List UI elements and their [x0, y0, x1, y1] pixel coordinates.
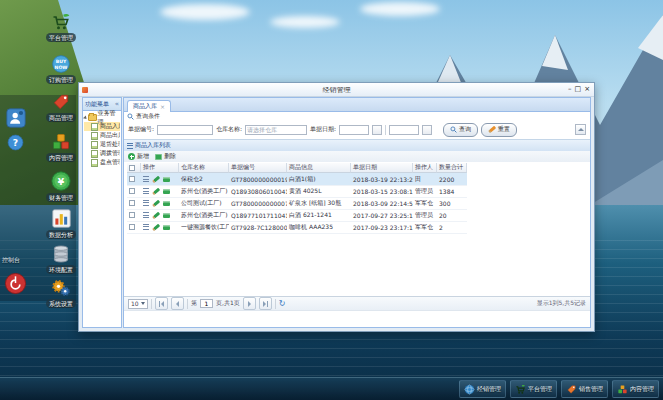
tree-root[interactable]: 业务管理: [84, 113, 120, 122]
help-icon[interactable]: ?: [7, 134, 24, 151]
close-button[interactable]: ×: [584, 85, 590, 94]
cell-operator: 管理员: [413, 209, 437, 221]
taskbar-item-sales[interactable]: 销售管理: [561, 380, 608, 398]
print-icon[interactable]: [163, 189, 170, 194]
tab-close-icon[interactable]: ×: [160, 103, 165, 110]
power-icon[interactable]: [4, 272, 27, 295]
taskbar-item-content[interactable]: 内容管理: [612, 380, 659, 398]
column-header-total[interactable]: 数量合计: [437, 163, 467, 173]
cell-operator: 田: [413, 173, 437, 185]
database-icon: [51, 244, 71, 264]
row-actions: [141, 197, 179, 209]
date-from-input[interactable]: [339, 125, 369, 135]
detail-icon[interactable]: [143, 176, 149, 182]
date-to-input[interactable]: [389, 125, 419, 135]
svg-text:BUY: BUY: [56, 59, 67, 64]
taskbar-item-distribution[interactable]: 经销管理: [459, 380, 506, 398]
row-checkbox[interactable]: [129, 176, 135, 182]
desktop-icon-order[interactable]: BUY NOW 订购管理: [42, 54, 80, 84]
reset-button[interactable]: 重置: [481, 123, 517, 137]
taskbar-item-platform[interactable]: 平台管理: [510, 380, 557, 398]
cell-date: 2018-03-09 22:14:55: [351, 197, 413, 209]
page-size-select[interactable]: 10: [128, 299, 148, 309]
pencil-icon: [488, 126, 496, 133]
add-button[interactable]: 新增: [128, 152, 149, 161]
window-titlebar[interactable]: 经销管理 – □ ×: [79, 83, 594, 97]
cell-product: 咖啡机 AAA235: [287, 221, 351, 233]
detail-icon[interactable]: [143, 212, 149, 218]
page-suffix-label: 页,共1页: [216, 299, 240, 308]
desktop-icon-platform[interactable]: 平台管理: [42, 12, 80, 42]
document-icon: [91, 141, 98, 149]
column-header-code[interactable]: 单据编号: [229, 163, 287, 173]
side-label: 控制台: [2, 256, 20, 265]
column-header-product[interactable]: 商品信息: [287, 163, 351, 173]
minimize-button[interactable]: –: [568, 85, 572, 94]
search-button[interactable]: 查询: [443, 123, 478, 137]
desktop-icon-finance[interactable]: ¥ 财务管理: [42, 170, 80, 202]
collapse-panel-icon[interactable]: «: [115, 100, 119, 108]
column-header-warehouse[interactable]: 仓库名称: [179, 163, 229, 173]
tree-item-transfer[interactable]: 调拨管理: [84, 149, 120, 158]
edit-icon[interactable]: [152, 211, 160, 218]
price-tag-icon: [51, 92, 71, 112]
cell-date: 2018-03-19 22:13:29: [351, 173, 413, 185]
user-info-icon[interactable]: [6, 108, 26, 128]
column-header-date[interactable]: 单据日期: [351, 163, 413, 173]
desktop-icon-content[interactable]: 内容管理: [42, 132, 80, 162]
desktop-icon-environment[interactable]: 环境配置: [42, 244, 80, 274]
cell-warehouse: 保税仓2: [179, 173, 229, 185]
pager-separator: [187, 299, 188, 309]
detail-icon[interactable]: [143, 200, 149, 206]
last-page-button[interactable]: [259, 297, 272, 310]
next-page-button[interactable]: [243, 297, 256, 310]
row-actions: [141, 221, 179, 233]
row-checkbox[interactable]: [129, 224, 135, 230]
edit-icon[interactable]: [152, 187, 160, 194]
warehouse-input[interactable]: [245, 125, 307, 135]
document-icon: [91, 132, 98, 140]
page-number-input[interactable]: [200, 299, 213, 308]
edit-icon[interactable]: [152, 175, 160, 182]
row-checkbox[interactable]: [129, 200, 135, 206]
row-actions: [141, 173, 179, 185]
print-icon[interactable]: [163, 225, 170, 230]
delete-button[interactable]: 删除: [155, 152, 176, 161]
cell-product: 矿泉水 [纸箱] 30瓶: [287, 197, 351, 209]
search-icon: [450, 126, 457, 133]
refresh-icon[interactable]: ↻: [279, 300, 286, 308]
desktop: 平台管理 BUY NOW 订购管理 商品管理 内容: [0, 0, 663, 400]
detail-icon[interactable]: [143, 188, 149, 194]
chevron-down-icon: [141, 302, 145, 305]
tree-item-inbound[interactable]: 商品入库: [84, 122, 120, 131]
prev-page-button[interactable]: [171, 297, 184, 310]
print-icon[interactable]: [163, 213, 170, 218]
tree-item-returns[interactable]: 退货处理: [84, 140, 120, 149]
column-header-ops[interactable]: 操作: [141, 163, 179, 173]
doc-no-input[interactable]: [157, 125, 213, 135]
desktop-icon-analytics[interactable]: 数据分析: [42, 208, 80, 239]
select-all-checkbox[interactable]: [129, 165, 135, 171]
tree-item-label: 商品入库: [100, 122, 120, 131]
tab-label: 商品入库: [133, 102, 157, 111]
cell-warehouse: 公司测试(工厂): [179, 197, 229, 209]
detail-icon[interactable]: [143, 224, 149, 230]
edit-icon[interactable]: [152, 199, 160, 206]
print-icon[interactable]: [163, 201, 170, 206]
column-header-operator[interactable]: 操作人: [413, 163, 437, 173]
row-checkbox[interactable]: [129, 188, 135, 194]
table-row[interactable]: 一键溯源餐饮(工厂) GT7928-7C12800001 咖啡机 AAA235 …: [127, 221, 467, 234]
edit-icon[interactable]: [152, 223, 160, 230]
collapse-query-button[interactable]: [575, 124, 586, 135]
tree-item-stocktake[interactable]: 盘点管理: [84, 158, 120, 167]
cell-total: 1384: [437, 185, 467, 197]
first-page-button[interactable]: [155, 297, 168, 310]
desktop-icon-goods[interactable]: 商品管理: [42, 92, 80, 122]
desktop-icon-settings[interactable]: 系统设置: [42, 278, 80, 308]
calendar-icon[interactable]: [422, 125, 432, 135]
row-checkbox[interactable]: [129, 212, 135, 218]
maximize-button[interactable]: □: [575, 85, 582, 94]
tree-item-outbound[interactable]: 商品出库: [84, 131, 120, 140]
calendar-icon[interactable]: [372, 125, 382, 135]
print-icon[interactable]: [163, 177, 170, 182]
